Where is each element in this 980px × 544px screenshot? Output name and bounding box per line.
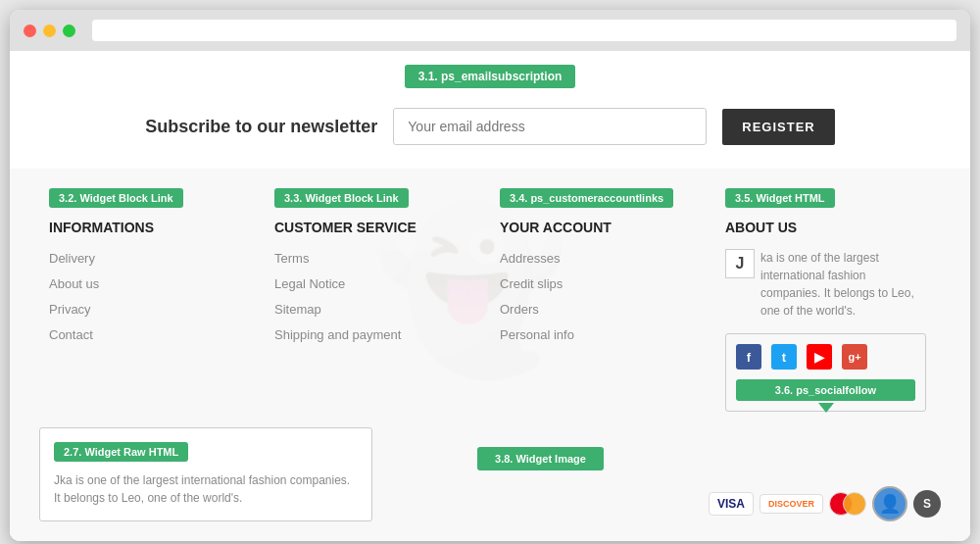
delivery-link[interactable]: Delivery — [49, 251, 95, 266]
list-item[interactable]: Delivery — [49, 249, 250, 267]
customer-service-links: Terms Legal Notice Sitemap Shipping and … — [274, 249, 475, 343]
google-plus-icon[interactable]: g+ — [842, 344, 867, 370]
footer-grid: 3.2. Widget Block Link INFORMATIONS Deli… — [39, 188, 941, 412]
visa-icon: VISA — [709, 492, 754, 516]
sitemap-link[interactable]: Sitemap — [274, 302, 321, 317]
contact-link[interactable]: Contact — [49, 327, 93, 342]
footer-section: 👻 3.2. Widget Block Link INFORMATIONS De… — [10, 169, 970, 541]
social-follow-box: f t ▶ g+ 3.6. ps_socialfollow — [725, 333, 926, 412]
s-badge: S — [913, 490, 941, 518]
list-item[interactable]: Personal info — [500, 325, 701, 343]
user-account-icon[interactable]: 👤 — [872, 486, 907, 521]
payment-icons: VISA DISCOVER 👤 S — [709, 486, 941, 521]
youtube-icon[interactable]: ▶ — [807, 344, 832, 370]
list-item[interactable]: Addresses — [500, 249, 701, 267]
j-logo: J — [725, 249, 755, 278]
privacy-link[interactable]: Privacy — [49, 302, 91, 317]
legal-link[interactable]: Legal Notice — [274, 276, 345, 291]
close-button[interactable] — [24, 25, 36, 37]
ps-customeraccountlinks-badge: 3.4. ps_customeraccountlinks — [500, 188, 673, 208]
widget-block-link-1-badge: 3.2. Widget Block Link — [49, 188, 183, 208]
footer-col-informations: 3.2. Widget Block Link INFORMATIONS Deli… — [39, 188, 265, 412]
your-account-heading: YOUR ACCOUNT — [500, 220, 701, 235]
shipping-link[interactable]: Shipping and payment — [274, 327, 401, 342]
list-item[interactable]: Sitemap — [274, 300, 475, 318]
twitter-icon[interactable]: t — [771, 344, 797, 370]
discover-icon: DISCOVER — [760, 494, 823, 514]
mastercard-icon — [829, 492, 866, 516]
newsletter-title: Subscribe to our newsletter — [145, 117, 377, 137]
list-item[interactable]: Shipping and payment — [274, 325, 475, 343]
raw-html-badge: 2.7. Widget Raw HTML — [54, 442, 188, 462]
credit-slips-link[interactable]: Credit slips — [500, 276, 563, 291]
about-link[interactable]: About us — [49, 276, 99, 291]
about-us-text: J ka is one of the largest international… — [725, 249, 926, 320]
facebook-icon[interactable]: f — [736, 344, 761, 370]
newsletter-row: Subscribe to our newsletter REGISTER — [145, 100, 835, 149]
customer-service-heading: CUSTOMER SERVICE — [274, 220, 475, 235]
terms-link[interactable]: Terms — [274, 251, 309, 266]
ps-socialfollow-badge: 3.6. ps_socialfollow — [736, 379, 915, 401]
widget-block-link-2-badge: 3.3. Widget Block Link — [274, 188, 409, 208]
informations-links: Delivery About us Privacy Contact — [49, 249, 250, 343]
widget-image-badge: 3.8. Widget Image — [477, 447, 604, 470]
email-input[interactable] — [393, 108, 707, 145]
raw-html-box: 2.7. Widget Raw HTML Jka is one of the l… — [39, 427, 372, 521]
about-us-heading: ABOUT US — [725, 220, 926, 235]
page-content: 3.1. ps_emailsubscription Subscribe to o… — [10, 51, 970, 541]
list-item[interactable]: Orders — [500, 300, 701, 318]
maximize-button[interactable] — [63, 25, 75, 37]
titlebar — [10, 10, 970, 51]
list-item[interactable]: Terms — [274, 249, 475, 267]
register-button[interactable]: REGISTER — [722, 109, 834, 145]
orders-link[interactable]: Orders — [500, 302, 539, 317]
list-item[interactable]: About us — [49, 274, 250, 292]
widget-html-badge: 3.5. Widget HTML — [725, 188, 835, 208]
email-subscription-badge: 3.1. ps_emailsubscription — [405, 65, 576, 88]
minimize-button[interactable] — [43, 25, 56, 37]
list-item[interactable]: Contact — [49, 325, 250, 343]
personal-info-link[interactable]: Personal info — [500, 327, 574, 342]
about-us-description: ka is one of the largest international f… — [760, 249, 926, 320]
list-item[interactable]: Privacy — [49, 300, 250, 318]
raw-html-text: Jka is one of the largest international … — [54, 471, 358, 507]
newsletter-section: 3.1. ps_emailsubscription Subscribe to o… — [10, 51, 970, 169]
your-account-links: Addresses Credit slips Orders Personal i… — [500, 249, 701, 343]
bottom-row: 2.7. Widget Raw HTML Jka is one of the l… — [39, 427, 941, 521]
footer-col-customer-service: 3.3. Widget Block Link CUSTOMER SERVICE … — [265, 188, 490, 412]
footer-col-about-us: 3.5. Widget HTML ABOUT US J ka is one of… — [715, 188, 941, 412]
address-bar[interactable] — [92, 20, 956, 41]
browser-window: 3.1. ps_emailsubscription Subscribe to o… — [10, 10, 970, 541]
list-item[interactable]: Credit slips — [500, 274, 701, 292]
social-icons-row: f t ▶ g+ — [736, 344, 915, 370]
footer-col-your-account: 3.4. ps_customeraccountlinks YOUR ACCOUN… — [490, 188, 715, 412]
list-item[interactable]: Legal Notice — [274, 274, 475, 292]
informations-heading: INFORMATIONS — [49, 220, 250, 235]
addresses-link[interactable]: Addresses — [500, 251, 560, 266]
